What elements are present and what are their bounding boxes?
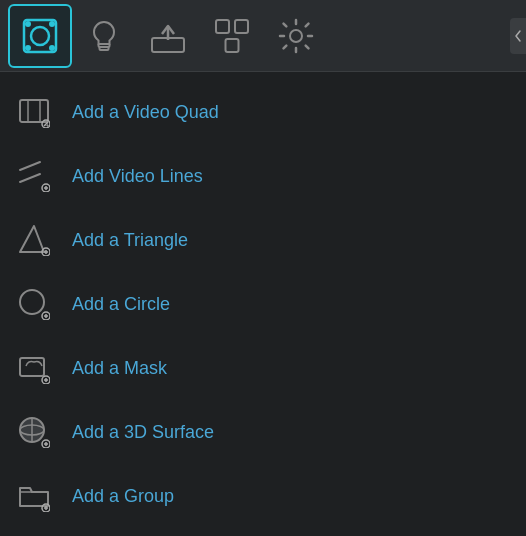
menu-item-video-quad[interactable]: + Add a Video Quad [0,80,526,144]
svg-rect-14 [20,100,48,122]
svg-rect-8 [152,38,184,52]
menu-label-video-lines: Add Video Lines [72,166,203,187]
menu-label-group: Add a Group [72,486,174,507]
svg-rect-10 [216,20,229,33]
toolbar [0,0,526,72]
menu-label-3d-surface: Add a 3D Surface [72,422,214,443]
svg-point-2 [25,21,31,27]
toolbar-shapes-button[interactable] [8,4,72,68]
svg-point-5 [49,45,55,51]
svg-rect-12 [226,39,239,52]
toolbar-settings-button[interactable] [264,4,328,68]
3d-surface-icon [16,414,52,450]
svg-rect-33 [20,358,44,376]
svg-line-21 [20,174,40,182]
svg-line-20 [20,162,40,170]
menu-item-video-lines[interactable]: Add Video Lines [0,144,526,208]
svg-point-4 [25,45,31,51]
toolbar-upload-button[interactable] [136,4,200,68]
svg-rect-7 [100,47,109,50]
svg-point-13 [290,30,302,42]
menu-label-mask: Add a Mask [72,358,167,379]
menu-item-circle[interactable]: Add a Circle [0,272,526,336]
svg-point-1 [31,27,49,45]
menu-item-triangle[interactable]: Add a Triangle [0,208,526,272]
toolbar-3d-button[interactable] [200,4,264,68]
menu-list: + Add a Video Quad Add Video Lines [0,72,526,536]
toolbar-light-button[interactable] [72,4,136,68]
collapse-arrow[interactable] [510,18,526,54]
triangle-icon [16,222,52,258]
menu-label-triangle: Add a Triangle [72,230,188,251]
mask-icon [16,350,52,386]
svg-rect-11 [235,20,248,33]
svg-text:+: + [45,121,50,128]
circle-icon [16,286,52,322]
svg-marker-25 [20,226,44,252]
video-lines-icon [16,158,52,194]
menu-item-mask[interactable]: Add a Mask [0,336,526,400]
svg-point-3 [49,21,55,27]
menu-label-circle: Add a Circle [72,294,170,315]
menu-label-video-quad: Add a Video Quad [72,102,219,123]
menu-item-group[interactable]: Add a Group [0,464,526,528]
svg-point-29 [20,290,44,314]
group-icon [16,478,52,514]
video-quad-icon: + [16,94,52,130]
menu-item-3d-surface[interactable]: Add a 3D Surface [0,400,526,464]
